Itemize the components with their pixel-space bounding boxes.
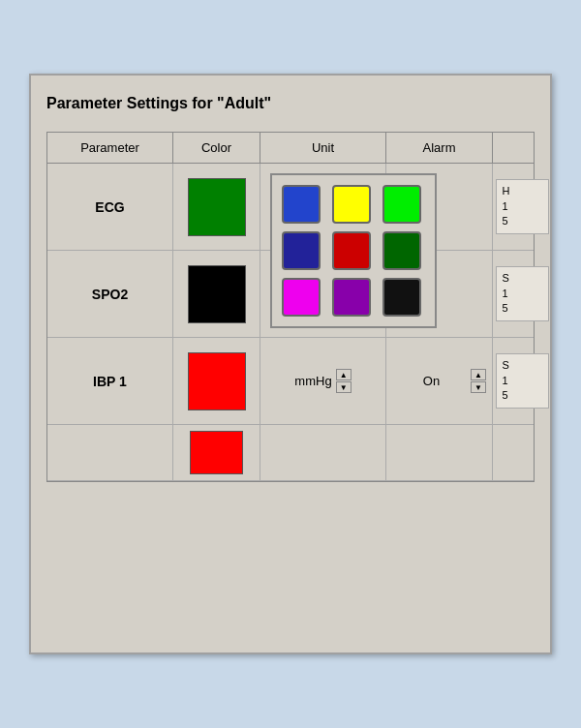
swatch-bright-green[interactable] — [382, 185, 421, 224]
col-header-alarm: Alarm — [386, 133, 493, 163]
table-header: Parameter Color Unit Alarm — [47, 133, 534, 164]
last-info-cell — [493, 425, 551, 480]
ibp1-unit-label: mmHg — [294, 374, 331, 388]
settings-table: Parameter Color Unit Alarm ECG — [46, 132, 535, 482]
ibp1-unit-cell[interactable]: mmHg ▲ ▼ — [260, 338, 386, 424]
table-row-ecg: ECG H15 — [47, 164, 534, 251]
ibp1-alarm-cell[interactable]: On ▲ ▼ — [386, 338, 493, 424]
table-row-ibp1: IBP 1 mmHg ▲ ▼ On ▲ ▼ — [47, 338, 534, 425]
ibp1-unit-spinner-up[interactable]: ▲ — [336, 369, 352, 380]
ecg-param-cell: ECG — [47, 164, 173, 250]
swatch-yellow[interactable] — [332, 185, 371, 224]
swatch-purple[interactable] — [332, 278, 371, 317]
col-header-parameter: Parameter — [47, 133, 173, 163]
ibp1-color-box[interactable] — [188, 352, 246, 410]
spo2-param-cell: SPO2 — [47, 251, 173, 337]
spo2-color-box[interactable] — [188, 265, 246, 323]
spo2-info-cell: S15 — [493, 251, 551, 337]
main-window: Parameter Settings for "Adult" Parameter… — [29, 74, 552, 654]
col-header-unit: Unit — [260, 133, 386, 163]
page-title: Parameter Settings for "Adult" — [46, 91, 535, 116]
last-unit-cell — [260, 425, 386, 480]
swatch-dark-blue[interactable] — [282, 231, 321, 270]
swatch-magenta[interactable] — [282, 278, 321, 317]
last-color-cell[interactable] — [173, 425, 260, 480]
ecg-info-cell: H15 — [493, 164, 551, 250]
ecg-label: ECG — [95, 199, 124, 215]
spo2-alarm-info: S15 — [496, 266, 549, 320]
ibp1-unit-spinner-down[interactable]: ▼ — [336, 381, 352, 393]
ibp1-alarm-info: S15 — [496, 353, 549, 408]
swatch-red[interactable] — [332, 231, 371, 270]
ecg-color-cell[interactable] — [173, 164, 260, 250]
color-picker-popup — [270, 173, 437, 328]
swatch-blue[interactable] — [282, 185, 321, 224]
ibp1-label: IBP 1 — [93, 374, 127, 389]
table-row-last — [47, 425, 534, 481]
swatch-dark-green[interactable] — [382, 231, 421, 270]
last-color-box[interactable] — [190, 431, 243, 474]
ibp1-alarm-spinner[interactable]: ▲ ▼ — [471, 369, 486, 393]
ecg-alarm-info: H15 — [496, 179, 549, 233]
last-alarm-cell — [386, 425, 493, 480]
ibp1-info-cell: S15 — [493, 338, 551, 424]
spo2-label: SPO2 — [92, 287, 128, 302]
ibp1-param-cell: IBP 1 — [47, 338, 173, 424]
ibp1-unit-spinner[interactable]: ▲ ▼ — [336, 369, 352, 393]
ibp1-alarm-spinner-down[interactable]: ▼ — [471, 381, 486, 393]
ibp1-alarm-spinner-up[interactable]: ▲ — [471, 369, 486, 380]
ecg-color-box[interactable] — [188, 178, 246, 236]
col-header-extra — [493, 133, 551, 163]
swatch-black[interactable] — [382, 278, 421, 317]
last-param-cell — [47, 425, 173, 480]
ibp1-color-cell[interactable] — [173, 338, 260, 424]
ibp1-alarm-value: On — [392, 374, 471, 388]
col-header-color: Color — [173, 133, 260, 163]
ibp1-unit-selector[interactable]: mmHg ▲ ▼ — [266, 369, 380, 393]
spo2-color-cell[interactable] — [173, 251, 260, 337]
